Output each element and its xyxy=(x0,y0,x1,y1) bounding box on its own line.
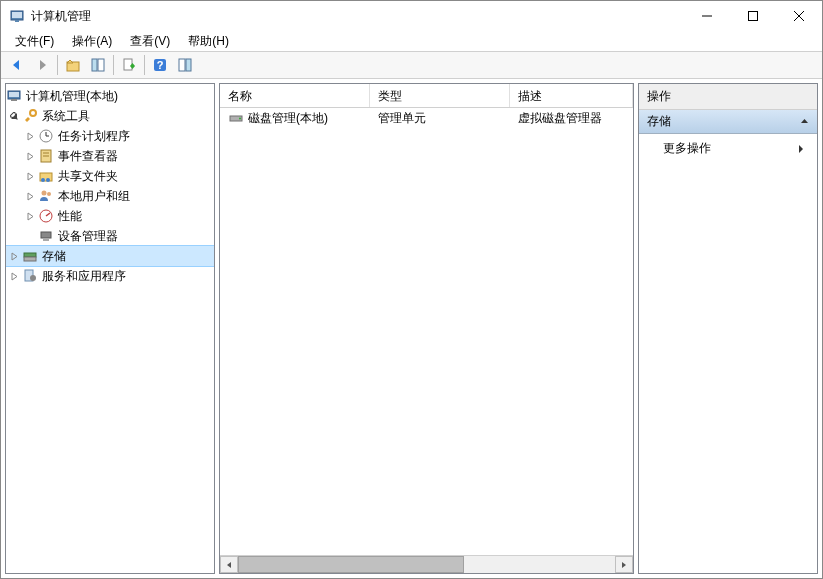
tree-pane[interactable]: 计算机管理(本地) 系统工具 任务计划程序 事件查看器 共享文件夹 xyxy=(5,83,215,574)
show-hide-tree-button[interactable] xyxy=(86,53,110,77)
menu-help[interactable]: 帮助(H) xyxy=(180,31,237,52)
column-name[interactable]: 名称 xyxy=(220,84,370,107)
tree-label: 设备管理器 xyxy=(58,228,118,245)
tree-label: 存储 xyxy=(42,248,66,265)
horizontal-scrollbar[interactable] xyxy=(220,555,633,573)
action-label: 更多操作 xyxy=(663,140,711,157)
svg-rect-13 xyxy=(179,59,185,71)
expander-icon[interactable] xyxy=(6,248,22,264)
users-icon xyxy=(38,188,54,204)
toolbar-separator xyxy=(113,55,114,75)
shared-folder-icon xyxy=(38,168,54,184)
back-button[interactable] xyxy=(5,53,29,77)
action-more[interactable]: 更多操作 xyxy=(639,134,817,163)
show-hide-actions-button[interactable] xyxy=(173,53,197,77)
tools-icon xyxy=(22,108,38,124)
clock-icon xyxy=(38,128,54,144)
tree-label: 本地用户和组 xyxy=(58,188,130,205)
list-row[interactable]: 磁盘管理(本地) 管理单元 虚拟磁盘管理器 xyxy=(220,108,633,128)
help-button[interactable]: ? xyxy=(148,53,172,77)
menu-view[interactable]: 查看(V) xyxy=(122,31,178,52)
computer-icon xyxy=(6,88,22,104)
window-title: 计算机管理 xyxy=(31,8,684,25)
svg-point-28 xyxy=(42,191,47,196)
svg-text:?: ? xyxy=(157,59,164,71)
list-body[interactable]: 磁盘管理(本地) 管理单元 虚拟磁盘管理器 xyxy=(220,108,633,555)
cell-type: 管理单元 xyxy=(370,108,510,129)
services-icon xyxy=(22,268,38,284)
maximize-button[interactable] xyxy=(730,1,776,31)
expander-icon[interactable] xyxy=(6,108,22,124)
svg-rect-32 xyxy=(41,232,51,238)
forward-button[interactable] xyxy=(30,53,54,77)
tree-system-tools[interactable]: 系统工具 xyxy=(6,106,214,126)
actions-section-header[interactable]: 存储 xyxy=(639,110,817,134)
tree-task-scheduler[interactable]: 任务计划程序 xyxy=(6,126,214,146)
svg-rect-16 xyxy=(9,92,19,97)
svg-rect-2 xyxy=(12,12,22,18)
toolbar: ? xyxy=(1,51,822,79)
app-icon xyxy=(9,8,25,24)
tree-performance[interactable]: 性能 xyxy=(6,206,214,226)
scroll-left-button[interactable] xyxy=(220,556,238,573)
expander-icon[interactable] xyxy=(22,188,38,204)
actions-pane: 操作 存储 更多操作 xyxy=(638,83,818,574)
tree-root[interactable]: 计算机管理(本地) xyxy=(6,86,214,106)
tree-storage[interactable]: 存储 xyxy=(6,246,214,266)
tree-label: 事件查看器 xyxy=(58,148,118,165)
tree-label: 系统工具 xyxy=(42,108,90,125)
storage-icon xyxy=(22,248,38,264)
scroll-track[interactable] xyxy=(238,556,615,573)
tree-local-users[interactable]: 本地用户和组 xyxy=(6,186,214,206)
expander-icon[interactable] xyxy=(22,208,38,224)
minimize-button[interactable] xyxy=(684,1,730,31)
window-controls xyxy=(684,1,822,31)
svg-rect-10 xyxy=(124,59,132,70)
collapse-icon[interactable] xyxy=(800,117,809,126)
expander-icon[interactable] xyxy=(22,128,38,144)
tree-label: 共享文件夹 xyxy=(58,168,118,185)
list-pane: 名称 类型 描述 磁盘管理(本地) 管理单元 虚拟磁盘管理器 xyxy=(219,83,634,574)
column-type[interactable]: 类型 xyxy=(370,84,510,107)
menu-action[interactable]: 操作(A) xyxy=(64,31,120,52)
scroll-thumb[interactable] xyxy=(238,556,464,573)
svg-rect-35 xyxy=(24,257,36,261)
svg-point-27 xyxy=(46,178,50,182)
menu-bar: 文件(F) 操作(A) 查看(V) 帮助(H) xyxy=(1,31,822,51)
device-icon xyxy=(38,228,54,244)
actions-header: 操作 xyxy=(639,84,817,110)
svg-rect-9 xyxy=(98,59,104,71)
tree-label: 任务计划程序 xyxy=(58,128,130,145)
expander-icon[interactable] xyxy=(22,168,38,184)
expander-icon[interactable] xyxy=(6,268,22,284)
column-desc[interactable]: 描述 xyxy=(510,84,633,107)
tree-label: 性能 xyxy=(58,208,82,225)
svg-rect-14 xyxy=(186,59,191,71)
expander-icon[interactable] xyxy=(22,148,38,164)
svg-rect-33 xyxy=(43,238,49,241)
svg-rect-17 xyxy=(11,99,17,101)
title-bar: 计算机管理 xyxy=(1,1,822,31)
close-button[interactable] xyxy=(776,1,822,31)
svg-point-37 xyxy=(30,275,36,281)
tree-shared-folders[interactable]: 共享文件夹 xyxy=(6,166,214,186)
toolbar-separator xyxy=(144,55,145,75)
event-icon xyxy=(38,148,54,164)
svg-rect-8 xyxy=(92,59,97,71)
up-button[interactable] xyxy=(61,53,85,77)
tree-services[interactable]: 服务和应用程序 xyxy=(6,266,214,286)
menu-file[interactable]: 文件(F) xyxy=(7,31,62,52)
scroll-right-button[interactable] xyxy=(615,556,633,573)
toolbar-separator xyxy=(57,55,58,75)
chevron-right-icon xyxy=(797,144,805,154)
svg-rect-1 xyxy=(15,20,19,22)
svg-point-39 xyxy=(239,118,241,120)
svg-rect-34 xyxy=(24,253,36,257)
svg-point-29 xyxy=(47,192,51,196)
tree-event-viewer[interactable]: 事件查看器 xyxy=(6,146,214,166)
tree-device-manager[interactable]: 设备管理器 xyxy=(6,226,214,246)
export-button[interactable] xyxy=(117,53,141,77)
tree-label: 计算机管理(本地) xyxy=(26,88,118,105)
section-label: 存储 xyxy=(647,113,671,130)
cell-desc: 虚拟磁盘管理器 xyxy=(510,108,633,129)
